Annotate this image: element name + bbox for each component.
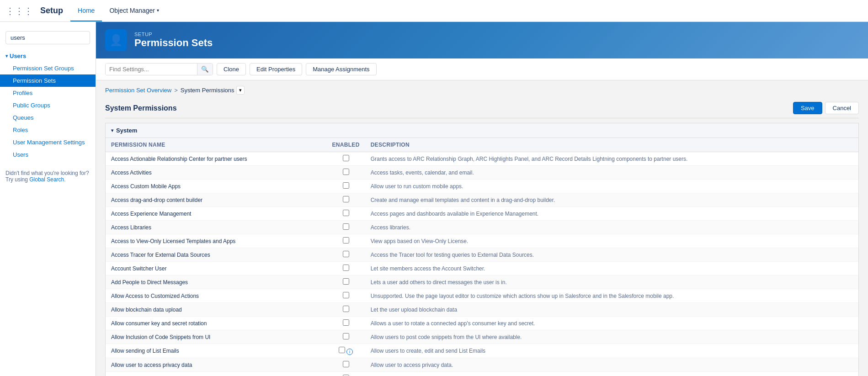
collapse-icon: ▾ bbox=[111, 128, 113, 133]
permission-checkbox[interactable] bbox=[343, 155, 349, 161]
chevron-down-icon: ▾ bbox=[157, 8, 159, 13]
table-row: Allow blockchain data uploadLet the user… bbox=[106, 303, 858, 317]
permission-checkbox[interactable] bbox=[343, 196, 349, 202]
sidebar-item-user-management-settings[interactable]: User Management Settings bbox=[0, 136, 96, 148]
setup-label: SETUP bbox=[134, 32, 213, 37]
sidebar-item-permission-set-groups[interactable]: Permission Set Groups bbox=[0, 62, 96, 74]
permission-name-cell: Access Tracer for External Data Sources bbox=[106, 248, 327, 262]
permission-enabled-cell bbox=[327, 180, 365, 193]
table-row: Access Custom Mobile AppsAllow user to r… bbox=[106, 180, 858, 193]
permission-enabled-cell: i bbox=[327, 344, 365, 358]
toolbar: 🔍 Clone Edit Properties Manage Assignmen… bbox=[96, 58, 868, 80]
system-section-header[interactable]: ▾ System bbox=[106, 123, 858, 138]
permission-description-cell: Access pages and dashboards available in… bbox=[365, 207, 858, 221]
permission-checkbox[interactable] bbox=[339, 347, 345, 353]
permission-checkbox[interactable] bbox=[343, 292, 349, 298]
table-row: Access Actionable Relationship Center fo… bbox=[106, 152, 858, 166]
permission-checkbox[interactable] bbox=[343, 223, 349, 230]
permission-enabled-cell bbox=[327, 330, 365, 344]
permission-checkbox[interactable] bbox=[343, 361, 349, 367]
permission-enabled-cell bbox=[327, 303, 365, 317]
page-title: Permission Sets bbox=[134, 37, 213, 49]
save-button[interactable]: Save bbox=[793, 102, 822, 114]
system-section-label: System bbox=[116, 127, 137, 134]
breadcrumb-separator: > bbox=[174, 87, 178, 94]
breadcrumb: Permission Set Overview > System Permiss… bbox=[96, 80, 868, 97]
permission-checkbox[interactable] bbox=[343, 306, 349, 312]
sidebar-footer: Didn't find what you're looking for? Try… bbox=[0, 163, 96, 190]
table-row: Access Tracer for External Data SourcesA… bbox=[106, 248, 858, 262]
edit-properties-button[interactable]: Edit Properties bbox=[250, 63, 302, 75]
permission-description-cell: Allow users to create, edit and send Lis… bbox=[365, 344, 858, 358]
find-settings-search-button[interactable]: 🔍 bbox=[197, 64, 213, 75]
breadcrumb-dropdown-button[interactable]: ▾ bbox=[236, 86, 245, 95]
permission-name-cell: Access Actionable Relationship Center fo… bbox=[106, 152, 327, 166]
permission-description-cell: Allow users to modify Private Connection… bbox=[365, 372, 858, 376]
permission-enabled-cell bbox=[327, 262, 365, 275]
sidebar-item-public-groups[interactable]: Public Groups bbox=[0, 99, 96, 111]
permission-enabled-cell bbox=[327, 193, 365, 207]
permission-name-cell: Allow Inclusion of Code Snippets from UI bbox=[106, 330, 327, 344]
permission-enabled-cell bbox=[327, 234, 365, 248]
sidebar-item-roles[interactable]: Roles bbox=[0, 124, 96, 136]
permission-checkbox[interactable] bbox=[343, 169, 349, 175]
permission-checkbox[interactable] bbox=[343, 319, 349, 326]
permission-name-cell: Allow Access to Customized Actions bbox=[106, 289, 327, 303]
table-row: Allow user to access privacy dataAllow u… bbox=[106, 358, 858, 372]
page-header-info: SETUP Permission Sets bbox=[134, 32, 213, 49]
app-name: Setup bbox=[40, 6, 63, 16]
sidebar-section-users[interactable]: ▾ Users bbox=[0, 50, 96, 62]
col-permission-name: Permission Name bbox=[106, 138, 327, 152]
permission-enabled-cell bbox=[327, 248, 365, 262]
permission-checkbox[interactable] bbox=[343, 210, 349, 216]
permission-name-cell: Access to View-Only Licensed Templates a… bbox=[106, 234, 327, 248]
cancel-button[interactable]: Cancel bbox=[825, 102, 859, 114]
table-row: Allow consumer key and secret rotationAl… bbox=[106, 317, 858, 330]
sidebar-item-profiles[interactable]: Profiles bbox=[0, 87, 96, 99]
main-content: 👤 SETUP Permission Sets 🔍 Clone Edit Pro… bbox=[96, 22, 868, 376]
person-icon: 👤 bbox=[109, 34, 123, 47]
permission-name-cell: Allow user to modify Private Connections bbox=[106, 372, 327, 376]
sidebar-item-permission-sets[interactable]: Permission Sets bbox=[0, 74, 96, 87]
page-header-icon: 👤 bbox=[105, 29, 127, 51]
permission-description-cell: Access the Tracer tool for testing queri… bbox=[365, 248, 858, 262]
col-description: Description bbox=[365, 138, 858, 152]
permission-enabled-cell bbox=[327, 289, 365, 303]
permission-checkbox[interactable] bbox=[343, 182, 349, 189]
table-row: Allow sending of List EmailsiAllow users… bbox=[106, 344, 858, 358]
clone-button[interactable]: Clone bbox=[217, 63, 246, 75]
table-row: Allow Access to Customized ActionsUnsupp… bbox=[106, 289, 858, 303]
permission-checkbox[interactable] bbox=[343, 278, 349, 285]
sidebar-users-section: ▾ Users Permission Set Groups Permission… bbox=[0, 48, 96, 163]
nav-links: Home Object Manager ▾ bbox=[70, 0, 166, 21]
permission-name-cell: Access Activities bbox=[106, 166, 327, 180]
content-area: System Permissions Save Cancel ▾ System … bbox=[96, 97, 868, 376]
nav-object-manager[interactable]: Object Manager ▾ bbox=[102, 0, 166, 21]
permission-enabled-cell bbox=[327, 152, 365, 166]
permission-enabled-cell bbox=[327, 207, 365, 221]
find-settings-search: 🔍 bbox=[105, 63, 213, 75]
find-settings-input[interactable] bbox=[106, 64, 197, 75]
sidebar: ▾ Users Permission Set Groups Permission… bbox=[0, 22, 96, 376]
sidebar-item-users[interactable]: Users bbox=[0, 148, 96, 161]
sidebar-item-queues[interactable]: Queues bbox=[0, 111, 96, 124]
nav-home[interactable]: Home bbox=[70, 0, 102, 21]
permission-checkbox[interactable] bbox=[343, 265, 349, 271]
permission-enabled-cell bbox=[327, 358, 365, 372]
global-search-link[interactable]: Global Search bbox=[29, 176, 64, 183]
permission-name-cell: Allow user to access privacy data bbox=[106, 358, 327, 372]
app-launcher-icon[interactable]: ⋮⋮⋮ bbox=[5, 5, 33, 16]
permission-checkbox[interactable] bbox=[343, 237, 349, 244]
permission-checkbox[interactable] bbox=[343, 333, 349, 339]
permission-description-cell: Allows a user to rotate a connected app'… bbox=[365, 317, 858, 330]
info-icon[interactable]: i bbox=[346, 349, 353, 355]
breadcrumb-link[interactable]: Permission Set Overview bbox=[105, 87, 171, 94]
permission-description-cell: Allow user to run custom mobile apps. bbox=[365, 180, 858, 193]
permission-enabled-cell bbox=[327, 166, 365, 180]
sidebar-search-input[interactable] bbox=[5, 31, 90, 44]
top-navigation: ⋮⋮⋮ Setup Home Object Manager ▾ bbox=[0, 0, 868, 22]
permission-description-cell: Create and manage email templates and co… bbox=[365, 193, 858, 207]
permission-checkbox[interactable] bbox=[343, 251, 349, 257]
permission-enabled-cell bbox=[327, 275, 365, 289]
manage-assignments-button[interactable]: Manage Assignments bbox=[306, 63, 376, 75]
